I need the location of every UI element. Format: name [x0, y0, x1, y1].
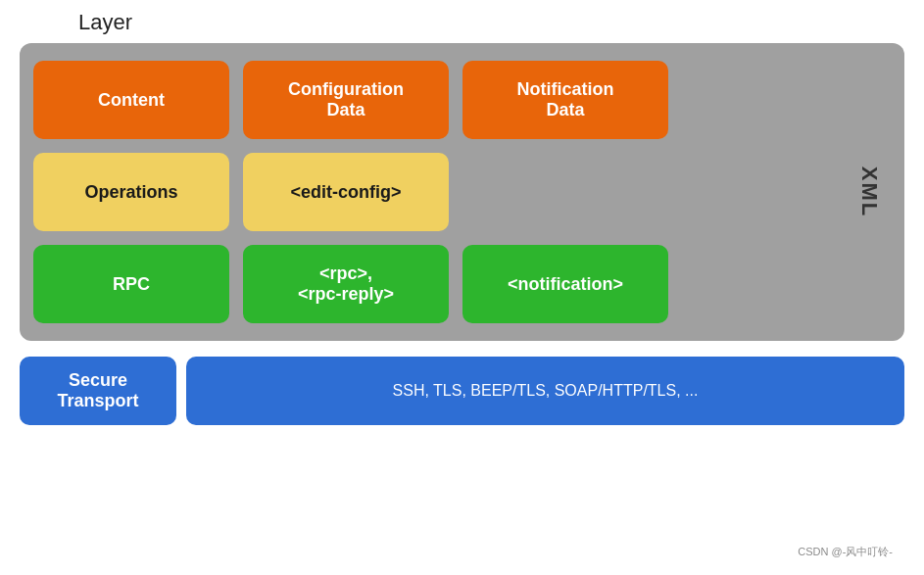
watermark: CSDN @-风中叮铃- [798, 545, 893, 559]
cell-content: Content [33, 61, 229, 139]
page-title: Layer [78, 10, 904, 35]
cell-rpc: RPC [33, 245, 229, 323]
cell-empty [462, 153, 668, 231]
row-rpc: RPC <rpc>, <rpc-reply> <notification> [33, 245, 891, 323]
cell-notification-data: Notification Data [462, 61, 668, 139]
row-operations: Operations <edit-config> [33, 153, 891, 231]
cell-protocols: SSH, TLS, BEEP/TLS, SOAP/HTTP/TLS, ... [186, 357, 904, 425]
cell-edit-config: <edit-config> [243, 153, 449, 231]
cell-rpc-reply: <rpc>, <rpc-reply> [243, 245, 449, 323]
cell-secure-transport: Secure Transport [20, 357, 176, 425]
cell-operations: Operations [33, 153, 229, 231]
cell-config-data: Configuration Data [243, 61, 449, 139]
xml-layer-box: XML Content Configuration Data Notificat… [20, 43, 904, 341]
bottom-row: Secure Transport SSH, TLS, BEEP/TLS, SOA… [20, 357, 904, 425]
xml-label: XML [856, 167, 882, 217]
cell-notification-tag: <notification> [462, 245, 668, 323]
row-content: Content Configuration Data Notification … [33, 61, 891, 139]
